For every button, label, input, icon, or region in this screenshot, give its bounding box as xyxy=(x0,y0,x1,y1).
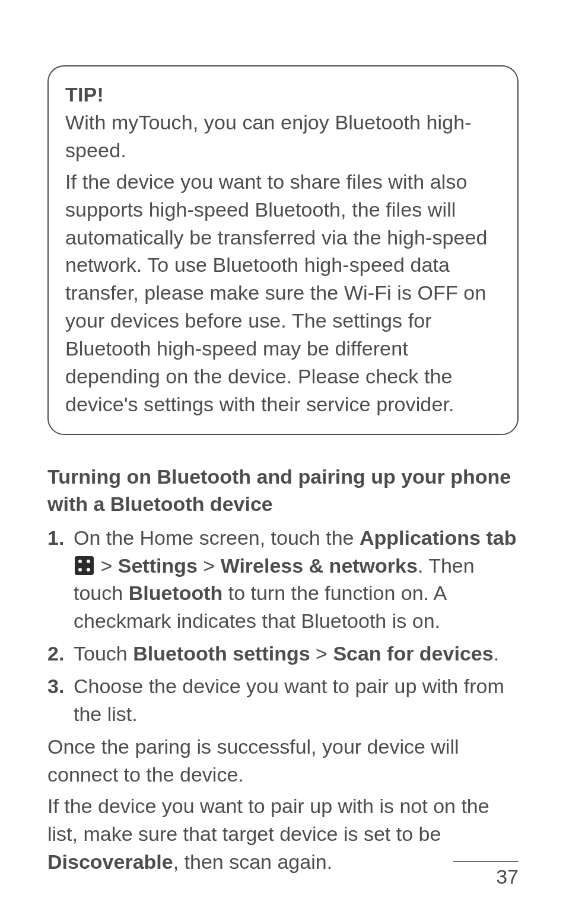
section-heading: Turning on Bluetooth and pairing up your… xyxy=(47,463,519,518)
manual-page: TIP! With myTouch, you can enjoy Bluetoo… xyxy=(0,0,566,924)
bold-text: Bluetooth settings xyxy=(133,642,310,665)
tip-paragraph-2: If the device you want to share files wi… xyxy=(65,168,501,418)
step-text: Choose the device you want to pair up wi… xyxy=(74,675,504,725)
breadcrumb-separator: > xyxy=(310,642,333,665)
bold-text: Settings xyxy=(118,554,198,577)
tip-callout: TIP! With myTouch, you can enjoy Bluetoo… xyxy=(47,65,519,435)
list-item: Choose the device you want to pair up wi… xyxy=(47,672,519,728)
footer-rule xyxy=(453,861,519,862)
step-text: On the Home screen, touch the xyxy=(74,526,360,549)
body-text: If the device you want to pair up with i… xyxy=(47,795,489,845)
bold-text: Scan for devices xyxy=(333,642,493,665)
tip-paragraph-1: With myTouch, you can enjoy Bluetooth hi… xyxy=(65,111,472,161)
list-item: Touch Bluetooth settings > Scan for devi… xyxy=(47,640,519,668)
tip-title: TIP! xyxy=(65,83,104,106)
bold-text: Wireless & networks xyxy=(221,554,418,577)
page-number: 37 xyxy=(496,865,519,888)
step-text: Touch xyxy=(74,642,133,665)
bold-text: Applications tab xyxy=(360,526,516,549)
step-text: . xyxy=(494,642,499,665)
breadcrumb-separator: > xyxy=(198,554,221,577)
body-paragraph: Once the paring is successful, your devi… xyxy=(47,733,519,789)
breadcrumb-separator: > xyxy=(95,554,118,577)
list-item: On the Home screen, touch the Applicatio… xyxy=(47,524,519,636)
page-footer: 37 xyxy=(47,861,519,888)
instruction-list: On the Home screen, touch the Applicatio… xyxy=(47,524,519,728)
applications-tab-icon xyxy=(75,556,94,575)
bold-text: Bluetooth xyxy=(129,582,223,604)
